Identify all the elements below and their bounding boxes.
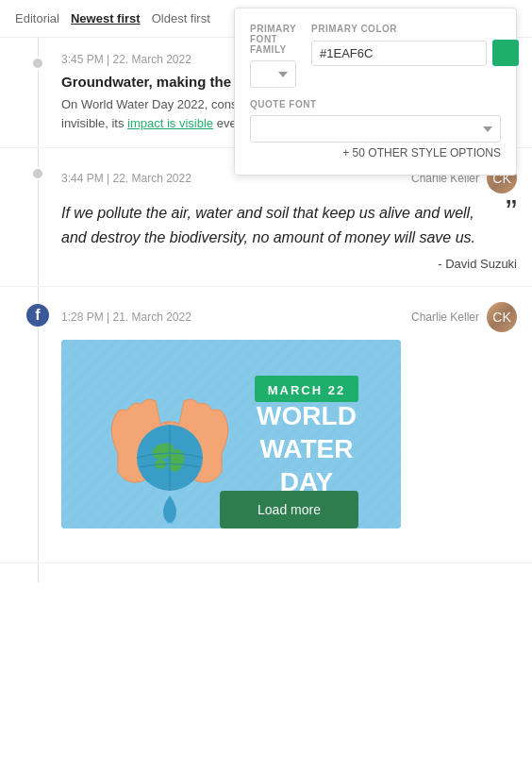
- color-swatch[interactable]: [492, 40, 519, 66]
- svg-text:MARCH 22: MARCH 22: [268, 383, 345, 397]
- font-family-select[interactable]: [250, 60, 296, 88]
- post-link[interactable]: impact is visible: [127, 116, 213, 130]
- quote-font-section: QUOTE FONT: [250, 99, 501, 143]
- post-content: 3:44 PM | 22. March 2022 Charlie Keller …: [61, 163, 517, 271]
- timeline-dot: [31, 57, 44, 70]
- filter-newest[interactable]: Newest first: [71, 11, 141, 25]
- color-hex-input[interactable]: [311, 41, 487, 66]
- timeline-dot: [31, 167, 44, 180]
- post-author: Charlie Keller CK: [411, 302, 517, 332]
- quote-mark-icon: ”: [506, 196, 517, 230]
- filter-editorial[interactable]: Editorial: [15, 11, 59, 25]
- quote-attribution: - David Suzuki: [61, 257, 517, 271]
- style-options-panel: PRIMARY FONT FAMILY PRIMARY COLOR QUOTE …: [234, 8, 517, 176]
- more-options-link[interactable]: + 50 OTHER STYLE OPTIONS: [250, 146, 501, 159]
- font-family-label: PRIMARY FONT FAMILY: [250, 24, 296, 55]
- svg-text:WORLD: WORLD: [257, 401, 357, 430]
- quote-font-label: QUOTE FONT: [250, 99, 501, 109]
- load-more-container: Load more: [61, 472, 517, 547]
- list-item: f 1:28 PM | 21. March 2022 Charlie Kelle…: [0, 287, 532, 563]
- filter-oldest[interactable]: Oldest first: [152, 11, 210, 25]
- color-input-row: [311, 40, 519, 66]
- main-content: PRIMARY FONT FAMILY PRIMARY COLOR QUOTE …: [0, 0, 532, 772]
- quote-container: ” If we pollute the air, water and soil …: [61, 201, 517, 271]
- quote-text: If we pollute the air, water and soil th…: [61, 201, 517, 249]
- post-timestamp: 3:44 PM | 22. March 2022: [61, 172, 191, 185]
- primary-color-section: PRIMARY COLOR: [311, 24, 519, 88]
- post-timestamp: 1:28 PM | 21. March 2022: [61, 310, 191, 324]
- load-more-button[interactable]: Load more: [220, 491, 358, 529]
- avatar: CK: [487, 302, 517, 332]
- post-timestamp: 3:45 PM | 22. March 2022: [61, 53, 191, 66]
- svg-text:WATER: WATER: [259, 434, 353, 463]
- quote-font-select[interactable]: [250, 115, 501, 143]
- primary-color-label: PRIMARY COLOR: [311, 24, 519, 34]
- avatar-image: CK: [487, 302, 517, 332]
- post-content: 1:28 PM | 21. March 2022 Charlie Keller …: [61, 302, 517, 547]
- post-meta: 1:28 PM | 21. March 2022 Charlie Keller …: [61, 302, 517, 332]
- facebook-icon: f: [25, 302, 51, 328]
- font-family-section: PRIMARY FONT FAMILY: [250, 24, 296, 88]
